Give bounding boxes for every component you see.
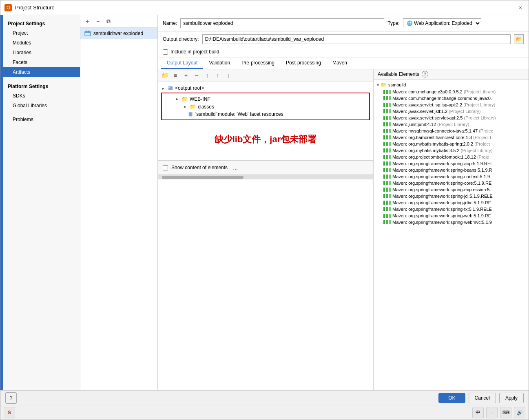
tree-panel: 📁 ≡ + − ↕ ↑ ↓ ▸ (158, 69, 374, 390)
tab-pre-processing[interactable]: Pre-processing (236, 57, 280, 69)
avail-item-2[interactable]: Maven: javax.servlet.jsp:jsp-api:2.2 (Pr… (374, 102, 529, 108)
speaker-icon[interactable]: 🔊 (514, 407, 525, 418)
available-tree: ▾ 📁 ssmbuild Maven: com.mchange:c3p0:0.9… (374, 80, 529, 390)
avail-label-3: Maven: javax.servlet:jstl:1.2 (Project L… (392, 109, 480, 114)
tab-post-processing[interactable]: Post-processing (280, 57, 327, 69)
sidebar-item-project[interactable]: Project (3, 28, 80, 38)
move-up-button[interactable]: ↑ (213, 71, 222, 80)
svg-rect-6 (189, 113, 190, 113)
avail-item-6[interactable]: Maven: mysql:mysql-connector-java:5.1.47… (374, 128, 529, 134)
add-element-button[interactable]: + (181, 71, 190, 80)
avail-item-16[interactable]: Maven: org.springframework:spring-jcl:5.… (374, 193, 529, 199)
name-row: Name: Type: 🌐 Web Application: Exploded (158, 15, 529, 32)
avail-item-13[interactable]: Maven: org.springframework:spring-contex… (374, 173, 529, 180)
sidebar-item-modules[interactable]: Modules (3, 38, 80, 48)
tree-node-output-root[interactable]: ▸ <output root> (158, 84, 373, 92)
sidebar-item-sdks[interactable]: SDKs (3, 91, 80, 101)
avail-item-9[interactable]: Maven: org.mybatis:mybatis:3.5.2 (Projec… (374, 147, 529, 154)
tree-node-classes[interactable]: ▸ 📁 classes (162, 103, 369, 111)
avail-item-4[interactable]: Maven: javax.servlet:servlet-api:2.5 (Pr… (374, 115, 529, 121)
more-options-button[interactable]: ... (231, 163, 240, 172)
avail-item-10[interactable]: Maven: org.projectlombok:lombok:1.18.12 … (374, 154, 529, 160)
avail-label-9: Maven: org.mybatis:mybatis:3.5.2 (Projec… (392, 148, 493, 153)
taskbar-app-icon[interactable]: S (4, 407, 15, 418)
add-artifact-button[interactable]: + (83, 17, 92, 26)
avail-label-0: Maven: com.mchange:c3p0:0.9.5.2 (Project… (392, 89, 496, 94)
bar-icon-18 (383, 207, 391, 211)
sidebar-item-facets[interactable]: Facets (3, 57, 80, 67)
remove-element-button[interactable]: − (192, 71, 201, 80)
avail-label-2: Maven: javax.servlet.jsp:jsp-api:2.2 (Pr… (392, 102, 496, 107)
avail-root-node[interactable]: ▾ 📁 ssmbuild (374, 81, 529, 88)
include-in-build-checkbox[interactable] (163, 49, 168, 55)
avail-label-1: Maven: com.mchange:mchange-commons-java:… (392, 96, 492, 101)
avail-label-15: Maven: org.springframework:spring-expres… (392, 187, 491, 192)
sort-button[interactable]: ↕ (203, 71, 212, 80)
avail-item-12[interactable]: Maven: org.springframework:spring-beans:… (374, 167, 529, 173)
apply-button[interactable]: Apply (499, 393, 524, 403)
bar-icon-11 (383, 161, 391, 166)
avail-item-20[interactable]: Maven: org.springframework:spring-webmvc… (374, 219, 529, 225)
tab-output-layout[interactable]: Output Layout (161, 57, 203, 69)
ime-toggle-icon[interactable]: · (486, 407, 498, 418)
avail-label-19: Maven: org.springframework:spring-web:5.… (392, 213, 491, 218)
bar-icon-8 (383, 142, 391, 146)
remove-artifact-button[interactable]: − (93, 17, 102, 26)
sidebar-item-global-libraries[interactable]: Global Libraries (3, 101, 80, 111)
show-subtree-button[interactable]: 📁 (160, 71, 169, 80)
sidebar-item-artifacts[interactable]: Artifacts (3, 67, 80, 77)
avail-label-10: Maven: org.projectlombok:lombok:1.18.12 … (392, 155, 489, 159)
name-input[interactable] (180, 18, 384, 28)
avail-item-1[interactable]: Maven: com.mchange:mchange-commons-java:… (374, 95, 529, 102)
bar-icon-17 (383, 201, 391, 205)
bar-icon-7 (383, 135, 391, 139)
tab-maven[interactable]: Maven (327, 57, 353, 69)
avail-label-11: Maven: org.springframework:spring-aop:5.… (392, 161, 493, 166)
tree-toolbar: 📁 ≡ + − ↕ ↑ ↓ (158, 69, 373, 82)
avail-item-15[interactable]: Maven: org.springframework:spring-expres… (374, 186, 529, 193)
avail-item-3[interactable]: Maven: javax.servlet:jstl:1.2 (Project L… (374, 108, 529, 115)
sidebar-item-problems[interactable]: Problems (3, 115, 80, 124)
sidebar-item-libraries[interactable]: Libraries (3, 48, 80, 57)
avail-item-14[interactable]: Maven: org.springframework:spring-core:5… (374, 180, 529, 186)
avail-item-19[interactable]: Maven: org.springframework:spring-web:5.… (374, 212, 529, 219)
bar-icon-20 (383, 220, 391, 224)
ok-button[interactable]: OK (438, 393, 465, 403)
output-root-label: <output root> (175, 85, 204, 91)
browse-folder-button[interactable]: 📂 (514, 34, 524, 44)
avail-item-8[interactable]: Maven: org.mybatis:mybatis-spring:2.0.2 … (374, 141, 529, 147)
bar-icon-19 (383, 214, 391, 218)
copy-artifact-button[interactable]: ⧉ (104, 17, 113, 26)
close-button[interactable]: × (516, 4, 525, 12)
list-button[interactable]: ≡ (171, 71, 180, 80)
move-down-button[interactable]: ↓ (224, 71, 233, 80)
avail-root-toggle: ▾ (377, 83, 379, 87)
help-icon[interactable]: ? (422, 71, 428, 77)
bar-icon-5 (383, 122, 391, 126)
avail-item-7[interactable]: Maven: org.hamcrest:hamcrest-core:1.3 (P… (374, 134, 529, 141)
type-select[interactable]: 🌐 Web Application: Exploded (403, 18, 481, 28)
show-content-checkbox[interactable] (163, 165, 168, 170)
avail-item-11[interactable]: Maven: org.springframework:spring-aop:5.… (374, 160, 529, 167)
avail-item-5[interactable]: Maven: junit:junit:4.12 (Project Library… (374, 121, 529, 128)
ime-icon[interactable]: 中 (472, 407, 484, 418)
expand-icon-root: ▸ (160, 86, 166, 91)
avail-root-label: ssmbuild (388, 82, 406, 87)
tree-node-webinf[interactable]: ▸ 📁 WEB-INF (162, 95, 369, 103)
tree-node-facet-resource[interactable]: 'ssmbuild' module: 'Web' facet resources (162, 111, 369, 118)
output-dir-input[interactable] (202, 34, 511, 44)
scrollbar-thumb[interactable] (162, 176, 243, 179)
annotation-text: 缺少lib文件，jar包未部署 (158, 121, 373, 158)
horizontal-scrollbar[interactable] (158, 175, 373, 179)
cancel-button[interactable]: Cancel (469, 393, 496, 403)
bar-icon-2 (383, 103, 391, 107)
keyboard-icon[interactable]: ⌨ (500, 407, 511, 418)
tab-validation[interactable]: Validation (203, 57, 236, 69)
help-button[interactable]: ? (5, 392, 17, 404)
sidebar: Project Settings Project Modules Librari… (3, 15, 80, 390)
footer: ? OK Cancel Apply (0, 390, 529, 405)
avail-item-18[interactable]: Maven: org.springframework:spring-tx:5.1… (374, 206, 529, 212)
artifact-list-item[interactable]: ssmbuild:war exploded (80, 28, 157, 39)
avail-item-17[interactable]: Maven: org.springframework:spring-jdbc:5… (374, 199, 529, 206)
avail-item-0[interactable]: Maven: com.mchange:c3p0:0.9.5.2 (Project… (374, 88, 529, 95)
